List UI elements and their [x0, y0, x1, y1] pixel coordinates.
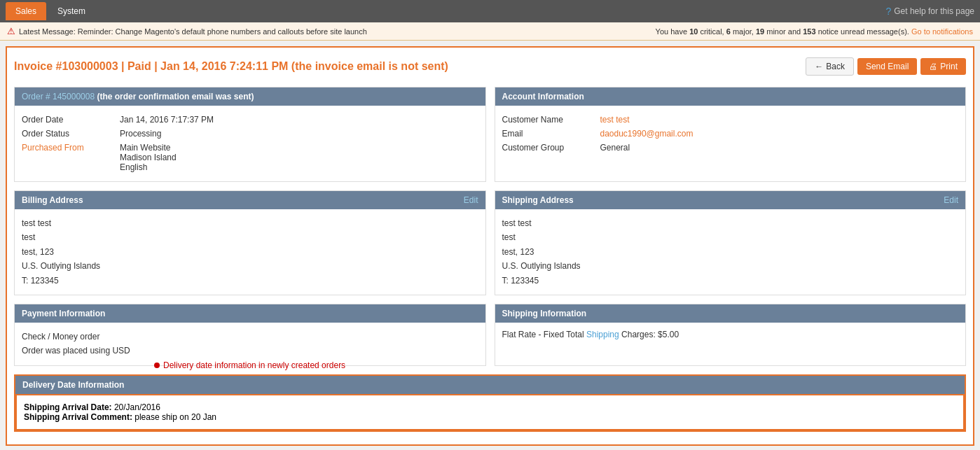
print-icon: 🖨 — [929, 62, 937, 71]
delivery-header-text: Delivery Date Information — [22, 380, 124, 390]
arrival-comment-label: Shipping Arrival Comment: — [24, 412, 134, 422]
customer-name-label: Customer Name — [502, 115, 600, 125]
order-status-label: Order Status — [22, 129, 120, 139]
purchased-locale: English — [120, 162, 177, 172]
billing-line-2: test — [22, 230, 478, 244]
purchased-from-label: Purchased From — [22, 143, 120, 172]
help-link[interactable]: ? Get help for this page — [885, 6, 974, 17]
back-arrow-icon: ← — [815, 62, 823, 71]
account-section: Account Information Customer Name test t… — [495, 87, 967, 182]
shipping-address-section: Shipping Address Edit test test test tes… — [495, 190, 967, 295]
order-section: Order # 145000008 (the order confirmatio… — [14, 87, 486, 182]
shipping-address-edit-link[interactable]: Edit — [944, 195, 958, 205]
help-text: Get help for this page — [894, 6, 974, 16]
payment-currency: Order was placed using USD — [22, 344, 478, 358]
purchased-from-value: Main Website Madison Island English — [120, 143, 177, 172]
payment-section-header: Payment Information — [15, 304, 485, 323]
arrival-comment-row: Shipping Arrival Comment: please ship on… — [24, 412, 956, 422]
shipping-info-header: Shipping Information — [495, 304, 966, 323]
billing-line-4: U.S. Outlying Islands — [22, 259, 478, 273]
shipping-addr-line-5: T: 123345 — [502, 274, 959, 288]
account-header-text: Account Information — [502, 92, 584, 101]
delivery-annotation-container: Delivery date information in newly creat… — [14, 374, 966, 432]
order-number-link[interactable]: Order # 145000008 — [22, 92, 95, 101]
top-navigation: Sales System ? Get help for this page — [0, 0, 980, 22]
shipping-address-header: Shipping Address Edit — [495, 191, 966, 209]
notifications-link[interactable]: Go to notifications — [911, 27, 973, 36]
invoice-header: Invoice #103000003 | Paid | Jan 14, 2016… — [14, 55, 966, 78]
customer-group-value: General — [600, 143, 630, 153]
customer-name-link[interactable]: test test — [600, 115, 630, 125]
message-bar: ⚠ Latest Message: Reminder: Change Magen… — [0, 22, 980, 41]
customer-email-value: daoduc1990@gmail.com — [600, 129, 693, 139]
billing-section: Billing Address Edit test test test test… — [14, 190, 486, 295]
billing-section-header: Billing Address Edit — [15, 191, 485, 209]
address-row: Billing Address Edit test test test test… — [14, 190, 966, 295]
shipping-addr-line-2: test — [502, 230, 959, 244]
invoice-title: Invoice #103000003 | Paid | Jan 14, 2016… — [14, 60, 448, 73]
customer-name-row: Customer Name test test — [502, 113, 959, 127]
billing-section-body: test test test test, 123 U.S. Outlying I… — [15, 209, 485, 295]
account-section-header: Account Information — [495, 87, 966, 106]
delivery-section: Delivery Date Information Shipping Arriv… — [14, 374, 966, 432]
delivery-section-body: Shipping Arrival Date: 20/Jan/2016 Shipp… — [15, 394, 965, 430]
arrival-comment-value: please ship on 20 Jan — [134, 412, 216, 422]
order-section-header: Order # 145000008 (the order confirmatio… — [15, 87, 485, 106]
back-button[interactable]: ← Back — [806, 57, 854, 76]
customer-email-link[interactable]: daoduc1990@gmail.com — [600, 129, 693, 139]
nav-tabs: Sales System — [6, 2, 95, 20]
shipping-rate-text: Flat Rate - Fixed Total — [502, 330, 587, 339]
customer-name-value: test test — [600, 115, 630, 125]
shipping-address-header-text: Shipping Address — [502, 195, 574, 205]
print-button[interactable]: 🖨 Print — [920, 58, 966, 75]
billing-edit-link[interactable]: Edit — [464, 195, 478, 205]
main-content: Invoice #103000003 | Paid | Jan 14, 2016… — [6, 46, 974, 446]
nav-tab-sales[interactable]: Sales — [6, 2, 46, 20]
order-status-row: Order Status Processing — [22, 127, 478, 141]
shipping-info-section: Shipping Information Flat Rate - Fixed T… — [495, 304, 967, 366]
print-label: Print — [940, 62, 958, 71]
account-section-body: Customer Name test test Email daoduc1990… — [495, 106, 966, 162]
purchased-website: Main Website — [120, 143, 177, 153]
shipping-info-header-text: Shipping Information — [502, 309, 587, 318]
purchased-from-row: Purchased From Main Website Madison Isla… — [22, 141, 478, 174]
invoice-actions: ← Back Send Email 🖨 Print — [806, 57, 966, 76]
order-date-value: Jan 14, 2016 7:17:37 PM — [120, 115, 214, 125]
order-status-value: Processing — [120, 129, 161, 139]
annotation-dot — [154, 363, 160, 368]
shipping-address-body: test test test test, 123 U.S. Outlying I… — [495, 209, 966, 295]
shipping-label: Shipping — [586, 330, 619, 339]
shipping-addr-line-1: test test — [502, 216, 959, 230]
help-icon: ? — [885, 6, 891, 17]
payment-header-text: Payment Information — [22, 309, 105, 318]
billing-line-5: T: 123345 — [22, 274, 478, 288]
order-account-row: Order # 145000008 (the order confirmatio… — [14, 87, 966, 182]
billing-line-3: test, 123 — [22, 245, 478, 259]
customer-email-label: Email — [502, 129, 600, 139]
message-bar-left: ⚠ Latest Message: Reminder: Change Magen… — [7, 26, 367, 36]
annotation-label: Delivery date information in newly creat… — [154, 360, 345, 370]
notification-text: You have 10 critical, 6 major, 19 minor … — [656, 27, 973, 36]
billing-header-text: Billing Address — [22, 195, 83, 205]
nav-tab-system[interactable]: System — [48, 2, 95, 20]
shipping-charges: Charges: $5.00 — [619, 330, 679, 339]
payment-section-body: Check / Money order Order was placed usi… — [15, 323, 485, 365]
warning-icon: ⚠ — [7, 26, 15, 36]
customer-email-row: Email daoduc1990@gmail.com — [502, 127, 959, 141]
arrival-date-value: 20/Jan/2016 — [114, 402, 160, 412]
order-header-text: Order # 145000008 (the order confirmatio… — [22, 92, 254, 101]
payment-section: Payment Information Check / Money order … — [14, 304, 486, 366]
back-label: Back — [826, 62, 845, 71]
send-email-button[interactable]: Send Email — [857, 58, 917, 75]
message-bar-right: You have 10 critical, 6 major, 19 minor … — [656, 27, 973, 36]
payment-method: Check / Money order — [22, 330, 478, 344]
customer-group-row: Customer Group General — [502, 141, 959, 155]
delivery-section-header: Delivery Date Information — [15, 376, 965, 394]
order-date-label: Order Date — [22, 115, 120, 125]
delivery-wrapper: Delivery date information in newly creat… — [14, 374, 966, 432]
customer-group-label: Customer Group — [502, 143, 600, 153]
payment-shipping-row: Payment Information Check / Money order … — [14, 304, 966, 366]
message-text: Latest Message: Reminder: Change Magento… — [19, 27, 367, 36]
shipping-addr-line-4: U.S. Outlying Islands — [502, 259, 959, 273]
order-date-row: Order Date Jan 14, 2016 7:17:37 PM — [22, 113, 478, 127]
